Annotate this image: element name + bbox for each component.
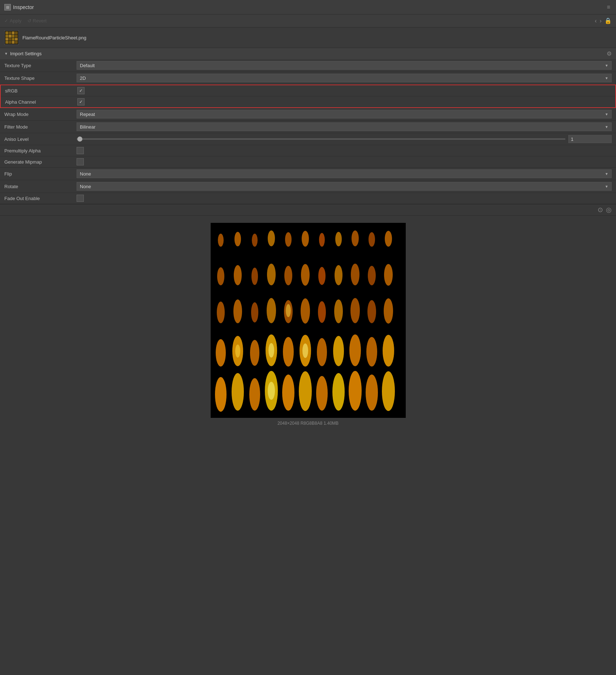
svg-point-7	[319, 233, 325, 247]
svg-point-45	[215, 377, 227, 412]
svg-point-25	[251, 302, 258, 323]
preview-info: 2048×2048 R8G8B8A8 1.40MB	[277, 421, 339, 426]
settings-area: Texture Type Default ▼ Texture Shape 2D …	[0, 59, 616, 204]
svg-point-41	[333, 336, 344, 366]
svg-point-49	[282, 375, 294, 411]
toolbar-left: ✓ Apply ↺ Revert	[4, 18, 47, 23]
fade-out-checkbox[interactable]	[77, 195, 84, 202]
texture-shape-dropdown[interactable]: 2D ▼	[77, 74, 612, 82]
nav-next-button[interactable]: ›	[600, 18, 602, 24]
thumb-cell	[9, 41, 12, 44]
thumb-cell	[15, 38, 18, 41]
inspector-icon: ▤	[4, 4, 11, 10]
svg-point-42	[349, 334, 361, 366]
preview-area: 2048×2048 R8G8B8A8 1.40MB	[0, 216, 616, 675]
svg-point-38	[283, 337, 294, 367]
file-thumbnail	[4, 30, 19, 45]
texture-type-value: Default	[80, 63, 95, 68]
texture-type-row: Texture Type Default ▼	[0, 59, 616, 72]
gear-icon[interactable]: ⚙	[607, 50, 612, 57]
premultiply-alpha-checkbox[interactable]	[77, 147, 84, 154]
lock-button[interactable]: 🔒	[604, 17, 612, 24]
svg-point-46	[232, 373, 244, 411]
revert-button[interactable]: ↺ Revert	[27, 18, 47, 23]
thumb-cell	[5, 38, 8, 41]
header-menu-icon[interactable]: ≡	[606, 3, 612, 11]
thumb-cell	[9, 35, 12, 38]
svg-point-14	[251, 268, 258, 285]
svg-point-53	[349, 371, 362, 411]
flip-label: Flip	[4, 171, 77, 177]
flip-dropdown[interactable]: None ▼	[77, 169, 612, 178]
svg-point-3	[252, 234, 258, 247]
svg-point-30	[334, 299, 343, 323]
aniso-value[interactable]: 1	[568, 135, 612, 143]
toolbar: ✓ Apply ↺ Revert ‹ › 🔒	[0, 14, 616, 27]
texture-preview-svg	[211, 223, 406, 418]
svg-point-16	[284, 266, 292, 285]
svg-point-12	[217, 267, 224, 285]
svg-point-40	[317, 338, 327, 366]
filter-mode-row: Filter Mode Bilinear ▼	[0, 121, 616, 133]
apply-button[interactable]: ✓ Apply	[4, 18, 22, 23]
section-header-left: ▼ Import Settings	[4, 51, 42, 56]
nav-prev-button[interactable]: ‹	[595, 18, 596, 24]
filter-mode-label: Filter Mode	[4, 124, 77, 130]
alpha-channel-label: Alpha Channel	[5, 99, 77, 105]
wrap-mode-arrow-icon: ▼	[605, 112, 608, 116]
svg-point-22	[384, 264, 393, 286]
preview-icon-2[interactable]: ◎	[606, 206, 612, 214]
filter-mode-arrow-icon: ▼	[605, 125, 608, 129]
svg-point-55	[382, 371, 395, 411]
filter-mode-value: Bilinear	[80, 124, 95, 130]
thumb-cell	[9, 38, 12, 41]
svg-point-56	[268, 343, 274, 358]
texture-shape-label: Texture Shape	[4, 75, 77, 81]
texture-shape-arrow-icon: ▼	[605, 76, 608, 80]
preview-icon-1[interactable]: ⊙	[598, 206, 603, 214]
svg-point-9	[352, 230, 359, 246]
revert-label: Revert	[33, 18, 47, 23]
alpha-check-icon: ✓	[79, 99, 83, 104]
svg-point-57	[302, 343, 308, 358]
texture-shape-value: 2D	[80, 75, 86, 81]
alpha-channel-row: Alpha Channel ✓	[1, 96, 615, 107]
section-header[interactable]: ▼ Import Settings ⚙	[0, 48, 616, 59]
svg-point-5	[285, 232, 292, 247]
inspector-header: ▤ Inspector ≡	[0, 0, 616, 14]
wrap-mode-dropdown[interactable]: Repeat ▼	[77, 110, 612, 118]
rotate-label: Rotate	[4, 184, 77, 189]
srgb-checkbox[interactable]: ✓	[77, 87, 85, 94]
generate-mipmap-checkbox[interactable]	[77, 158, 84, 165]
section-title: Import Settings	[10, 51, 42, 56]
flip-row: Flip None ▼	[0, 168, 616, 180]
file-name: FlameRoundParticleSheet.png	[22, 35, 86, 40]
rotate-dropdown[interactable]: None ▼	[77, 182, 612, 191]
svg-point-19	[335, 265, 343, 285]
svg-point-32	[367, 300, 376, 323]
file-row: FlameRoundParticleSheet.png	[0, 27, 616, 48]
svg-point-10	[369, 232, 375, 247]
rotate-arrow-icon: ▼	[605, 185, 608, 189]
aniso-slider-thumb[interactable]	[77, 137, 82, 142]
svg-point-52	[332, 373, 345, 411]
bottom-icons-row: ⊙ ◎	[0, 204, 616, 216]
svg-point-36	[250, 340, 259, 366]
texture-type-dropdown[interactable]: Default ▼	[77, 61, 612, 70]
thumb-cell	[15, 35, 18, 38]
svg-point-24	[233, 299, 242, 323]
svg-point-50	[299, 371, 312, 411]
fade-out-label: Fade Out Enable	[4, 196, 77, 201]
alpha-channel-checkbox[interactable]: ✓	[77, 98, 85, 105]
aniso-slider-track[interactable]	[77, 138, 565, 140]
highlighted-group: sRGB ✓ Alpha Channel ✓	[0, 85, 616, 108]
svg-point-1	[218, 234, 224, 247]
inspector-panel: ▤ Inspector ≡ ✓ Apply ↺ Revert ‹ › 🔒	[0, 0, 616, 675]
thumb-cell	[15, 31, 18, 34]
filter-mode-dropdown[interactable]: Bilinear ▼	[77, 122, 612, 131]
svg-point-58	[268, 382, 275, 400]
flip-value: None	[80, 171, 91, 177]
svg-point-20	[351, 264, 359, 285]
revert-icon: ↺	[27, 18, 31, 23]
svg-point-31	[350, 298, 360, 323]
